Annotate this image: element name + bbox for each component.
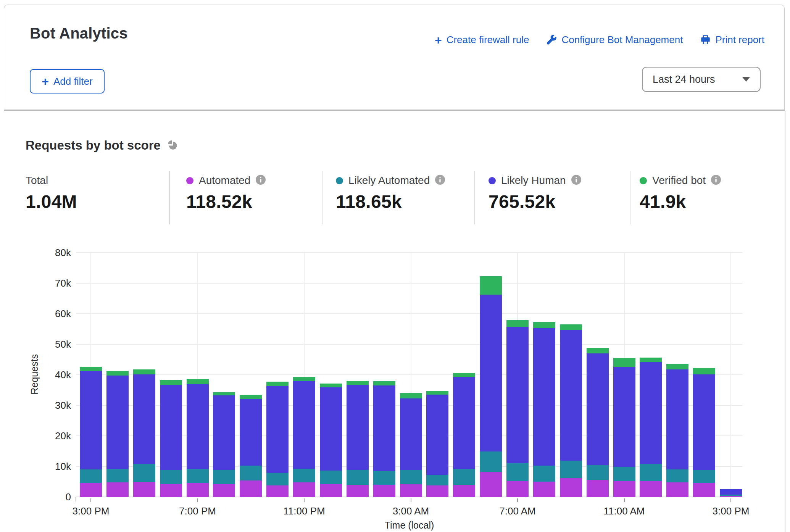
bar-500pm[interactable]: [133, 369, 155, 497]
section-title: Requests by bot score: [26, 138, 161, 153]
info-icon[interactable]: [256, 175, 266, 186]
header-actions: + Create firewall rule Configure Bot Man…: [435, 34, 764, 46]
bar-segment-likely-human: [666, 369, 688, 469]
bar-segment-automated: [426, 485, 448, 497]
bar-segment-automated: [213, 484, 235, 497]
bar-segment-verified-bot: [560, 324, 582, 330]
bar-segment-likely-automated: [240, 466, 262, 480]
h-gridline: [76, 344, 742, 345]
stat-verified-bot-value: 41.9k: [640, 191, 721, 212]
x-axis-tick: [197, 498, 198, 502]
stat-total: Total 1.04M: [26, 175, 77, 212]
bar-300pm[interactable]: [80, 367, 102, 497]
bar-segment-likely-automated: [560, 461, 582, 478]
bar-segment-likely-human: [693, 374, 715, 470]
bar-segment-likely-automated: [666, 469, 688, 482]
bar-400am[interactable]: [426, 391, 448, 497]
bar-segment-likely-human: [213, 395, 235, 469]
stat-likely-human-value: 765.52k: [489, 191, 581, 212]
x-axis-tick: [411, 498, 411, 502]
stacked-bar-chart: [76, 253, 742, 497]
bar-segment-automated: [587, 480, 609, 497]
bar-segment-verified-bot: [320, 384, 342, 387]
wrench-icon: [547, 35, 557, 45]
bar-700am[interactable]: [506, 320, 529, 497]
y-tick-label: 10k: [15, 461, 71, 472]
bot-analytics-page: Bot Analytics + Create firewall rule Con…: [0, 0, 790, 532]
bar-300am[interactable]: [400, 393, 422, 497]
bar-segment-automated: [320, 484, 342, 497]
bar-segment-automated: [106, 482, 129, 497]
stat-total-label: Total: [26, 174, 48, 187]
bar-segment-automated: [533, 482, 555, 497]
add-filter-label: Add filter: [53, 76, 93, 87]
bar-1200pm[interactable]: [640, 358, 662, 497]
bar-segment-verified-bot: [453, 373, 475, 377]
bar-segment-likely-human: [160, 385, 182, 470]
info-icon[interactable]: [711, 175, 721, 186]
stat-total-value: 1.04M: [26, 191, 77, 212]
bar-100pm[interactable]: [666, 364, 688, 497]
bar-segment-automated: [693, 483, 715, 497]
bar-segment-verified-bot: [587, 348, 609, 353]
bar-800pm[interactable]: [213, 392, 235, 497]
x-tick-label: 7:00 PM: [160, 505, 236, 517]
bar-1000am[interactable]: [587, 348, 609, 497]
bar-500am[interactable]: [453, 373, 475, 497]
bar-400pm[interactable]: [106, 371, 129, 497]
bar-900pm[interactable]: [240, 395, 262, 497]
bar-segment-automated: [266, 485, 289, 497]
bar-segment-likely-human: [587, 353, 609, 465]
bar-900am[interactable]: [560, 324, 582, 497]
print-report-link[interactable]: Print report: [700, 34, 764, 46]
bar-segment-automated: [640, 481, 662, 497]
bar-segment-likely-human: [347, 385, 369, 470]
info-icon[interactable]: [435, 175, 445, 186]
bar-segment-verified-bot: [480, 276, 502, 295]
bar-700pm[interactable]: [187, 379, 209, 497]
bar-segment-likely-human: [506, 327, 529, 463]
configure-bot-management-link[interactable]: Configure Bot Management: [547, 34, 683, 46]
bar-segment-automated: [80, 483, 102, 497]
bar-segment-automated: [347, 485, 369, 497]
h-gridline: [76, 252, 742, 253]
bar-1100am[interactable]: [613, 358, 635, 497]
bar-1200am[interactable]: [320, 384, 342, 497]
bar-1100pm[interactable]: [293, 377, 315, 497]
bar-segment-automated: [160, 484, 182, 497]
bar-segment-automated: [187, 483, 209, 497]
bar-1000pm[interactable]: [266, 382, 289, 497]
bar-segment-likely-automated: [613, 467, 635, 481]
time-range-select[interactable]: Last 24 hours: [642, 67, 761, 92]
bar-segment-likely-automated: [213, 470, 235, 484]
legend-dot-likely-automated: [336, 177, 343, 184]
bar-segment-likely-human: [320, 387, 342, 471]
info-icon[interactable]: [571, 175, 581, 186]
stat-likely-human: Likely Human 765.52k: [489, 175, 581, 212]
bar-segment-verified-bot: [666, 364, 688, 369]
bar-segment-automated: [133, 482, 155, 497]
stat-divider: [169, 171, 170, 224]
bar-segment-likely-human: [480, 295, 502, 451]
stat-likely-human-label: Likely Human: [501, 174, 566, 187]
y-tick-label: 50k: [15, 339, 71, 350]
bar-segment-verified-bot: [640, 358, 662, 362]
stat-automated-label: Automated: [199, 174, 250, 187]
bar-segment-likely-automated: [293, 469, 315, 482]
bar-200pm[interactable]: [693, 368, 715, 497]
stat-automated-value: 118.52k: [186, 191, 266, 212]
add-filter-button[interactable]: + Add filter: [30, 69, 105, 94]
x-axis-tick: [624, 498, 625, 502]
y-tick-label: 20k: [15, 430, 71, 442]
bar-600am[interactable]: [480, 276, 502, 497]
bar-segment-likely-automated: [453, 469, 475, 485]
y-tick-label: 40k: [15, 369, 71, 380]
create-firewall-rule-link[interactable]: + Create firewall rule: [435, 34, 529, 46]
bar-200am[interactable]: [373, 381, 395, 497]
bar-segment-automated: [400, 484, 422, 497]
bar-100am[interactable]: [347, 381, 369, 497]
bar-600pm[interactable]: [160, 380, 182, 497]
bar-300pm[interactable]: [720, 489, 742, 497]
bar-800am[interactable]: [533, 322, 555, 497]
stat-likely-automated-label: Likely Automated: [348, 174, 430, 187]
